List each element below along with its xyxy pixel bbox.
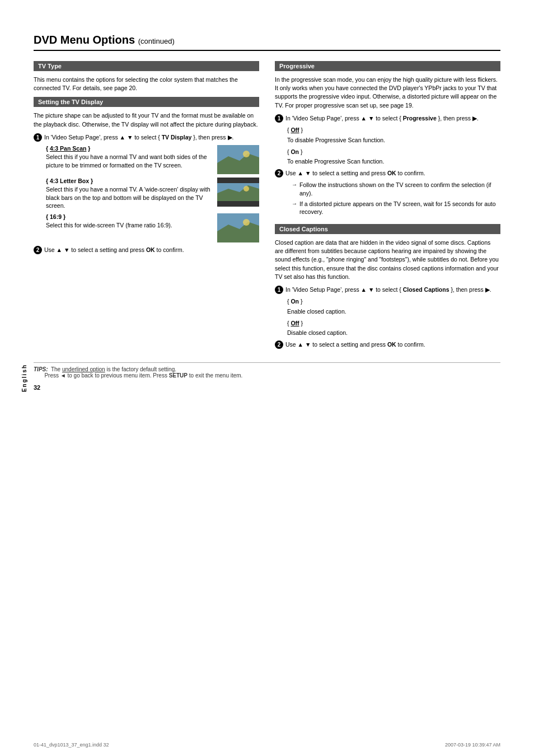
step2-text: Use ▲ ▼ to select a setting and press OK…: [44, 246, 184, 254]
step1-circle: 1: [34, 133, 42, 142]
option-43-letter-box: { 4:3 Letter Box } Select this if you ha…: [46, 178, 259, 210]
title-continued: (continued): [138, 37, 175, 45]
pan-scan-thumbnail: [217, 145, 259, 174]
page-number: 32: [34, 384, 500, 391]
step2-circle: 2: [34, 246, 42, 254]
tips-line2: Press ◄ to go back to previous menu item…: [34, 372, 242, 379]
svg-point-9: [243, 219, 250, 226]
progressive-step2-circle: 2: [275, 169, 283, 178]
page: English DVD Menu Options (continued) TV …: [0, 0, 534, 756]
closed-captions-header: Closed Captions: [275, 224, 500, 234]
tv-type-body: This menu contains the options for selec…: [34, 76, 259, 92]
progressive-step1-circle: 1: [275, 114, 283, 123]
progressive-step2-text: Use ▲ ▼ to select a setting and press OK…: [285, 169, 425, 178]
footer-info: 01-41_dvp1013_37_eng1.indd 32 2007-03-19…: [34, 742, 500, 748]
cc-option-off: { Off }: [287, 319, 500, 328]
progressive-body: In the progressive scan mode, you can en…: [275, 76, 500, 110]
closed-captions-step1: 1 In 'Video Setup Page', press ▲ ▼ to se…: [275, 286, 500, 294]
closed-captions-body: Closed caption are data that are hidden …: [275, 239, 500, 281]
cc-on-desc: Enable closed caption.: [287, 307, 500, 316]
option-43-pan-scan: { 4:3 Pan Scan } Select this if you have…: [46, 145, 259, 174]
progressive-on-desc: To enable Progressive Scan function.: [287, 157, 500, 166]
setting-tv-display-header: Setting the TV Display: [34, 97, 259, 107]
progressive-arrow1-text: Follow the instructions shown on the TV …: [299, 181, 500, 197]
option-16-9: { 16:9 } Select this for wide-screen TV …: [46, 213, 259, 242]
cc-step2: 2 Use ▲ ▼ to select a setting and press …: [275, 340, 500, 349]
progressive-step1-text: In 'Video Setup Page', press ▲ ▼ to sele…: [285, 114, 479, 123]
option-16-9-title: { 16:9 }: [46, 213, 214, 220]
option-43-letter-box-desc: Select this if you have a normal TV. A '…: [46, 185, 214, 210]
left-column: TV Type This menu contains the options f…: [34, 61, 259, 352]
option-43-pan-scan-image: [217, 145, 259, 174]
progressive-off-desc: To disable Progressive Scan function.: [287, 136, 500, 144]
setting-tv-display-body: The picture shape can be adjusted to fit…: [34, 111, 259, 128]
tips-label: TIPS:: [34, 366, 48, 372]
cc-step1-text: In 'Video Setup Page', press ▲ ▼ to sele…: [285, 286, 491, 294]
16-9-thumbnail: [217, 213, 259, 242]
arrow-sym-1: →: [292, 181, 297, 188]
option-16-9-desc: Select this for wide-screen TV (frame ra…: [46, 221, 214, 230]
cc-option-on: { On }: [287, 297, 500, 306]
cc-step2-circle: 2: [275, 340, 283, 349]
progressive-step2: 2 Use ▲ ▼ to select a setting and press …: [275, 169, 500, 178]
svg-point-2: [243, 151, 250, 157]
cc-off-desc: Disable closed caption.: [287, 329, 500, 337]
footer-left: 01-41_dvp1013_37_eng1.indd 32: [34, 742, 109, 748]
letter-box-thumbnail: [217, 178, 259, 207]
cc-step2-text: Use ▲ ▼ to select a setting and press OK…: [285, 340, 425, 349]
right-column: Progressive In the progressive scan mode…: [275, 61, 500, 352]
option-43-letter-box-title: { 4:3 Letter Box }: [46, 178, 214, 184]
english-label: English: [21, 364, 27, 392]
option-43-pan-scan-title: { 4:3 Pan Scan }: [46, 145, 214, 152]
tips-line1: The underlined option is the factory def…: [49, 366, 176, 372]
content-columns: TV Type This menu contains the options f…: [34, 61, 500, 352]
svg-point-6: [243, 186, 249, 192]
tips-bar: TIPS: The underlined option is the facto…: [34, 362, 500, 379]
arrow-sym-2: →: [292, 200, 297, 207]
page-title: DVD Menu Options (continued): [34, 34, 500, 51]
progressive-arrow2-text: If a distorted picture appears on the TV…: [299, 200, 500, 216]
tv-type-header: TV Type: [34, 61, 259, 71]
tv-display-step1: 1 In 'Video Setup Page', press ▲ ▼ to se…: [34, 133, 259, 142]
progressive-header: Progressive: [275, 61, 500, 71]
option-43-pan-scan-text: { 4:3 Pan Scan } Select this if you have…: [46, 145, 214, 169]
step1-text: In 'Video Setup Page', press ▲ ▼ to sele…: [44, 133, 233, 142]
option-43-letter-box-image: [217, 178, 259, 207]
option-43-letter-box-text: { 4:3 Letter Box } Select this if you ha…: [46, 178, 214, 210]
progressive-option-off: { Off }: [287, 126, 500, 135]
progressive-option-on: { On }: [287, 148, 500, 157]
title-text: DVD Menu Options: [34, 34, 135, 46]
progressive-arrow2: → If a distorted picture appears on the …: [292, 200, 500, 216]
progressive-arrow1: → Follow the instructions shown on the T…: [292, 181, 500, 197]
option-16-9-image: [217, 213, 259, 242]
cc-step1-circle: 1: [275, 286, 283, 294]
progressive-step1: 1 In 'Video Setup Page', press ▲ ▼ to se…: [275, 114, 500, 123]
tv-display-step2: 2 Use ▲ ▼ to select a setting and press …: [34, 246, 259, 254]
option-16-9-text: { 16:9 } Select this for wide-screen TV …: [46, 213, 214, 230]
footer-right: 2007-03-19 10:39:47 AM: [445, 742, 500, 748]
option-43-pan-scan-desc: Select this if you have a normal TV and …: [46, 153, 214, 169]
